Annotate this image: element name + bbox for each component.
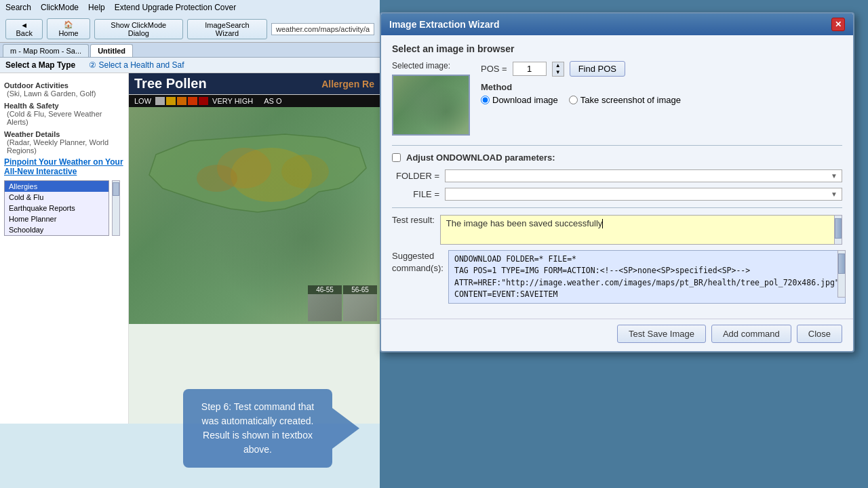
file-dropdown[interactable]: ▼ [445,188,842,201]
dialog-titlebar: Image Extraction Wizard ✕ [381,14,853,35]
pos-label: POS = [481,64,507,74]
method-download[interactable]: Download image [481,95,558,105]
folder-label: FOLDER = [392,171,439,181]
folder-arrow[interactable]: ▼ [831,172,837,180]
spinner-down[interactable]: ▼ [553,69,564,76]
us-map: 46-55 56-65 [129,107,380,324]
score-boxes: 46-55 56-65 [305,283,380,324]
spinner-up[interactable]: ▲ [553,62,564,69]
file-row: FILE = ▼ [392,188,842,201]
clickmode-button[interactable]: Show ClickMode Dialog [94,19,183,39]
file-arrow[interactable]: ▼ [831,190,837,198]
suggested-label: Suggested command(s): [392,250,443,304]
tooltip-arrow [332,408,359,449]
find-pos-button[interactable]: Find POS [570,61,625,77]
score-label-1: 46-55 [308,285,342,294]
menu-help[interactable]: Help [88,3,105,12]
test-result-box[interactable]: The image has been saved successfully [440,215,842,245]
file-label: FILE = [392,189,439,199]
health-category: Health & Safety [4,102,124,110]
health-item-coldflu[interactable]: Cold & Flu [5,192,108,203]
health-sub: (Cold & Flu, Severe Weather Alerts) [4,110,124,126]
interactive-link[interactable]: Pinpoint Your Weather on Your All-New In… [4,157,124,176]
text-cursor [602,219,603,228]
pos-spinner[interactable]: ▲ ▼ [552,62,564,77]
back-button[interactable]: ◄ Back [5,19,43,39]
test-result-section: Test result: The image has been saved su… [392,215,842,245]
score-box-2: 56-65 [343,285,377,321]
dialog-title: Image Extraction Wizard [389,19,499,30]
webpage-main: Outdoor Activities (Ski, Lawn & Garden, … [0,73,380,424]
menu-search[interactable]: Search [5,3,31,12]
legend-high: VERY HIGH [212,97,253,105]
dialog-close-button[interactable]: ✕ [831,18,845,31]
adjust-label: Adjust ONDOWNLOAD parameters: [406,152,555,163]
home-button[interactable]: 🏠 Home [47,18,90,39]
test-result-label: Test result: [392,215,435,225]
test-result-text: The image has been saved successfully [446,218,603,228]
imagesearch-button[interactable]: ImageSearch Wizard [187,19,267,39]
folder-row: FOLDER = ▼ [392,169,842,182]
legend-low: LOW [134,97,151,105]
tab-untitled[interactable]: Untitled [90,44,133,57]
tab-bar: m - Map Room - Sa... Untitled [0,43,380,58]
health-item-allergies[interactable]: Allergies [5,181,108,192]
left-panel: Outdoor Activities (Ski, Lawn & Garden, … [0,73,129,424]
result-scrollbar[interactable] [834,215,842,245]
adjust-checkbox[interactable] [392,153,401,162]
menu-clickmode[interactable]: ClickMode [41,3,79,12]
radio-download[interactable] [481,96,490,104]
method-screenshot[interactable]: Take screenshot of image [569,95,681,105]
radio-screenshot[interactable] [569,96,578,104]
pos-method-section: POS = ▲ ▼ Find POS Method Download image [481,61,842,105]
suggested-scrollbar[interactable] [837,250,846,298]
legend-colors [155,97,208,105]
suggested-thumb[interactable] [838,253,845,274]
method-screenshot-label: Take screenshot of image [580,95,681,105]
divider-1 [392,145,842,146]
health-list: Allergies Cold & Flu Earthquake Reports … [4,180,109,236]
add-command-button[interactable]: Add command [711,325,791,343]
suggested-box[interactable]: ONDOWNLOAD FOLDER=* FILE=* TAG POS=1 TYP… [448,250,846,304]
weather-category: Weather Details [4,130,124,138]
health-item-schoolday[interactable]: Schoolday [5,224,108,235]
menu-bar: Search ClickMode Help Extend Upgrade Pro… [5,3,374,14]
outdoor-sub: (Ski, Lawn & Garden, Golf) [4,89,124,98]
pos-row: POS = ▲ ▼ Find POS [481,61,842,77]
svg-point-3 [281,155,329,188]
allergen-label: Allergen Re [321,79,374,89]
health-item-earthquake[interactable]: Earthquake Reports [5,203,108,214]
right-panel: Tree Pollen Allergen Re LOW VERY HIGH AS… [129,73,380,424]
step2-label: ② Select a Health and Saf [89,60,184,70]
legend-bar: LOW VERY HIGH AS O [129,94,380,107]
divider-2 [392,207,842,208]
method-label: Method [481,82,512,92]
tab-maproom[interactable]: m - Map Room - Sa... [3,44,89,57]
weather-sub: (Radar, Weekly Planner, World Regions) [4,138,124,155]
dialog-body: Select an image in browser Selected imag… [381,35,853,319]
score-box-1: 46-55 [308,285,342,321]
adjust-row: Adjust ONDOWNLOAD parameters: [392,152,842,163]
dialog-footer: Test Save Image Add command Close [381,319,853,351]
score-label-2: 56-65 [343,285,377,294]
pollen-title: Tree Pollen [134,76,207,92]
health-item-homeplanner[interactable]: Home Planner [5,214,108,224]
test-save-button[interactable]: Test Save Image [617,325,706,343]
close-dialog-button[interactable]: Close [797,325,842,343]
suggested-command: ONDOWNLOAD FOLDER=* FILE=* TAG POS=1 TYP… [454,254,840,299]
method-row: Method [481,82,842,92]
image-preview-row: Selected image: POS = ▲ ▼ Find POS [392,61,842,136]
address-bar[interactable] [271,23,374,35]
selected-image-label: Selected image: [392,61,450,70]
menu-extend[interactable]: Extend Upgrade Protection Cover [115,3,236,12]
scrollbar-thumb[interactable] [835,218,842,239]
webpage-content: Select a Map Type ② Select a Health and … [0,58,380,424]
folder-dropdown[interactable]: ▼ [445,169,842,182]
nav-bar: ◄ Back 🏠 Home Show ClickMode Dialog Imag… [5,18,374,39]
pos-input[interactable] [513,62,547,76]
image-extraction-dialog: Image Extraction Wizard ✕ Select an imag… [380,12,854,352]
tooltip-text: Step 6: Test command that was automatica… [201,401,314,455]
preview-visual [393,76,469,134]
svg-point-4 [197,165,237,192]
image-preview [392,75,470,136]
